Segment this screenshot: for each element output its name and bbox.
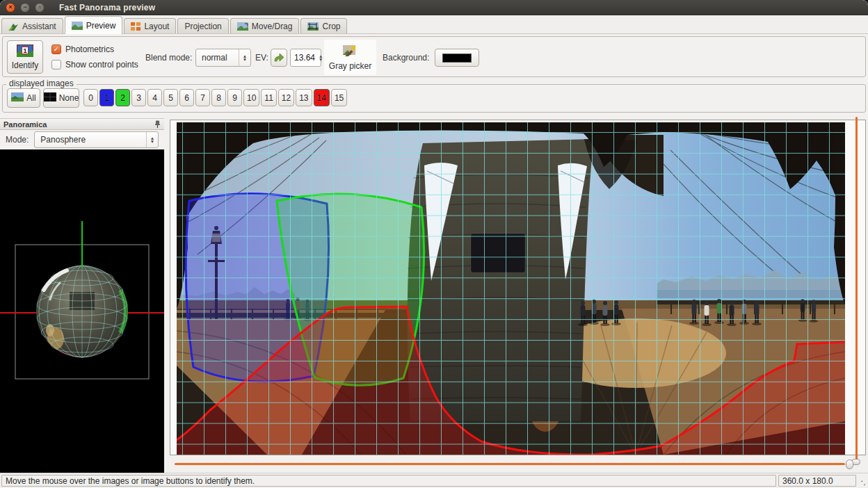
panorama-frame [170, 120, 866, 455]
image-toggle-1[interactable]: 1 [99, 89, 114, 106]
maximize-icon: ▫ [35, 3, 44, 12]
all-images-icon [11, 92, 24, 104]
image-toggle-13[interactable]: 13 [296, 89, 312, 106]
blend-mode-value: normal [196, 49, 239, 66]
titlebar: × − ▫ Fast Panorama preview [0, 0, 868, 15]
minimize-button[interactable]: − [20, 3, 30, 13]
none-label: None [59, 93, 79, 103]
layout-icon [131, 22, 140, 31]
vertical-slider-track [855, 117, 858, 464]
main-area: Panoramica Mode: Panosphere ▲▼ [0, 115, 868, 473]
resize-grip[interactable] [858, 475, 867, 487]
close-button[interactable]: × [6, 3, 15, 13]
image-toggle-row: 0123456789101112131415 [83, 89, 347, 106]
panoramica-panel: Panoramica Mode: Panosphere ▲▼ [0, 115, 164, 473]
ev-spinner[interactable]: 13.64 ▲▼ [290, 49, 321, 67]
tab-projection[interactable]: Projection [177, 18, 228, 34]
tab-crop[interactable]: Crop [300, 18, 347, 34]
no-images-icon [44, 92, 56, 104]
preview-toolbar: 1 Identify Photometrics Show control poi… [2, 36, 866, 77]
checkbox-box [51, 44, 61, 54]
background-color-button[interactable] [435, 49, 479, 67]
image-toggle-8[interactable]: 8 [211, 89, 226, 106]
image-toggle-2[interactable]: 2 [115, 89, 130, 106]
image-toggle-10[interactable]: 10 [243, 89, 259, 106]
tab-bar: Assistant Preview Layout Projection Move… [0, 15, 868, 34]
tab-preview[interactable]: Preview [65, 16, 123, 34]
mode-value: Panosphere [35, 132, 146, 147]
panosphere-3d-view [0, 149, 164, 471]
image-toggle-5[interactable]: 5 [163, 89, 178, 106]
displayed-images-group: displayed images All None 01234567891011… [2, 84, 866, 113]
image-toggle-9[interactable]: 9 [227, 89, 242, 106]
maximize-button[interactable]: ▫ [35, 3, 45, 13]
image-toggle-3[interactable]: 3 [131, 89, 146, 106]
spinner-arrows-icon: ▲▼ [146, 132, 158, 147]
blend-mode-select[interactable]: normal ▲▼ [195, 49, 251, 67]
tab-assistant[interactable]: Assistant [1, 18, 63, 34]
panosphere-canvas[interactable] [0, 149, 164, 473]
panoramica-title: Panoramica [3, 120, 47, 129]
image-toggle-7[interactable]: 7 [195, 89, 210, 106]
spinner-arrows-icon: ▲▼ [239, 49, 250, 66]
grid-overlay [177, 122, 845, 455]
panoramica-header: Panoramica [0, 118, 164, 130]
show-all-images-button[interactable]: All [7, 88, 40, 108]
show-control-points-label: Show control points [65, 60, 138, 70]
preview-icon [72, 22, 83, 30]
image-toggle-4[interactable]: 4 [147, 89, 162, 106]
show-no-images-button[interactable]: None [43, 88, 79, 108]
show-control-points-checkbox[interactable]: Show control points [51, 60, 138, 70]
ev-label: EV: [255, 53, 268, 63]
all-label: All [26, 93, 35, 103]
mode-row: Mode: Panosphere ▲▼ [0, 130, 164, 149]
mode-label: Mode: [6, 135, 29, 145]
photometrics-label: Photometrics [65, 44, 114, 54]
tab-label: Assistant [22, 22, 56, 31]
preview-pane [167, 115, 868, 473]
ev-reset-button[interactable] [271, 49, 287, 67]
app-window: × − ▫ Fast Panorama preview Assistant Pr… [0, 0, 868, 488]
tab-label: Move/Drag [252, 22, 293, 31]
horizontal-slider-handle[interactable] [846, 459, 853, 469]
gray-picker-icon [342, 44, 359, 60]
image-toggle-11[interactable]: 11 [261, 89, 276, 106]
vertical-scroll-slider[interactable] [851, 117, 861, 471]
assistant-icon [8, 22, 19, 31]
status-message: Move the mouse over the images or image … [1, 475, 776, 487]
horizontal-slider-track [175, 463, 845, 465]
background-label: Background: [383, 53, 429, 63]
blend-mode-label: Blend mode: [145, 53, 192, 63]
identify-label: Identify [12, 60, 39, 70]
identify-button[interactable]: 1 Identify [7, 40, 43, 74]
spinner-arrows-icon: ▲▼ [319, 49, 323, 66]
pin-icon[interactable] [154, 120, 161, 129]
background-color-swatch [442, 54, 472, 63]
displayed-images-legend: displayed images [6, 79, 77, 88]
horizontal-scroll-slider[interactable] [175, 459, 853, 470]
tab-label: Crop [322, 22, 340, 31]
image-toggle-12[interactable]: 12 [278, 89, 294, 106]
image-toggle-14[interactable]: 14 [314, 89, 330, 106]
tab-label: Layout [144, 22, 169, 31]
image-toggle-15[interactable]: 15 [331, 89, 347, 106]
identify-icon: 1 [17, 44, 33, 59]
mode-select[interactable]: Panosphere ▲▼ [34, 131, 159, 148]
ev-reset-icon [273, 52, 284, 64]
close-icon: × [6, 3, 15, 12]
status-bar: Move the mouse over the images or image … [0, 473, 868, 488]
tab-label: Projection [184, 22, 221, 31]
panorama-image[interactable] [177, 122, 845, 455]
photometrics-checkbox[interactable]: Photometrics [51, 44, 114, 54]
tab-move-drag[interactable]: Move/Drag [230, 18, 300, 34]
gray-picker-button[interactable]: Gray picker [324, 40, 376, 75]
gray-picker-label: Gray picker [329, 61, 371, 71]
tab-layout[interactable]: Layout [124, 18, 176, 34]
image-toggle-6[interactable]: 6 [179, 89, 194, 106]
checkbox-box [51, 60, 61, 70]
image-toggle-0[interactable]: 0 [83, 89, 98, 106]
minimize-icon: − [21, 3, 29, 12]
ev-value: 13.64 [291, 49, 319, 66]
tab-label: Preview [86, 21, 116, 31]
move-drag-icon [237, 22, 248, 31]
